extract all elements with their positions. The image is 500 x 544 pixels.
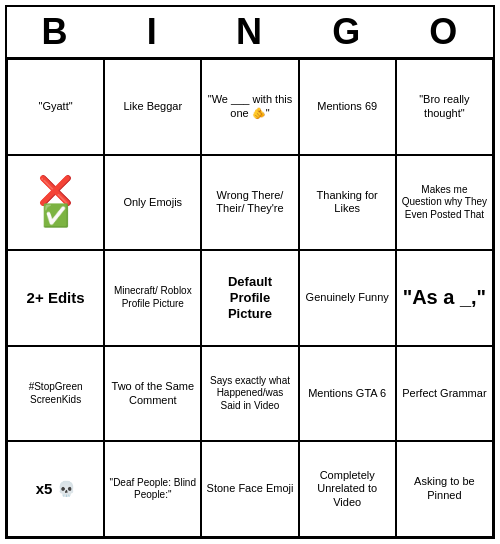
cell-r0c2[interactable]: "We ___ with this one 🫵"	[201, 59, 298, 155]
bingo-header: B I N G O	[7, 7, 493, 57]
cell-r0c3[interactable]: Mentions 69	[299, 59, 396, 155]
cell-r1c2[interactable]: Wrong There/ Their/ They're	[201, 155, 298, 251]
cell-r0c0[interactable]: "Gyatt"	[7, 59, 104, 155]
cell-r3c0[interactable]: #StopGreen ScreenKids	[7, 346, 104, 442]
cell-r0c4[interactable]: "Bro really thought"	[396, 59, 493, 155]
cell-r4c3[interactable]: Completely Unrelated to Video	[299, 441, 396, 537]
cell-r2c0[interactable]: 2+ Edits	[7, 250, 104, 346]
cell-r4c1[interactable]: "Deaf People: Blind People:"	[104, 441, 201, 537]
cell-r1c3[interactable]: Thanking for Likes	[299, 155, 396, 251]
cell-r4c2[interactable]: Stone Face Emoji	[201, 441, 298, 537]
bingo-card: B I N G O "Gyatt" Like Beggar "We ___ wi…	[5, 5, 495, 539]
cell-r3c3[interactable]: Mentions GTA 6	[299, 346, 396, 442]
letter-i: I	[109, 11, 197, 53]
check-mark-icon: ✅	[42, 205, 69, 227]
cell-r1c4[interactable]: Makes me Question why They Even Posted T…	[396, 155, 493, 251]
letter-n: N	[206, 11, 294, 53]
cell-r1c1[interactable]: Only Emojis	[104, 155, 201, 251]
bingo-grid: "Gyatt" Like Beggar "We ___ with this on…	[7, 57, 493, 537]
cell-r2c4[interactable]: "As a _,"	[396, 250, 493, 346]
cell-r4c4[interactable]: Asking to be Pinned	[396, 441, 493, 537]
cell-r2c2[interactable]: Default Profile Picture	[201, 250, 298, 346]
letter-o: O	[400, 11, 488, 53]
cell-r2c1[interactable]: Minecraft/ Roblox Profile Picture	[104, 250, 201, 346]
letter-g: G	[303, 11, 391, 53]
letter-b: B	[12, 11, 100, 53]
emoji-stack: ❌ ✅	[38, 177, 73, 227]
cell-r3c4[interactable]: Perfect Grammar	[396, 346, 493, 442]
cell-r2c3[interactable]: Genuinely Funny	[299, 250, 396, 346]
cell-r1c0[interactable]: ❌ ✅	[7, 155, 104, 251]
cell-r4c0[interactable]: x5 💀	[7, 441, 104, 537]
cell-r0c1[interactable]: Like Beggar	[104, 59, 201, 155]
cell-r3c2[interactable]: Says exactly what Happened/was Said in V…	[201, 346, 298, 442]
cell-r3c1[interactable]: Two of the Same Comment	[104, 346, 201, 442]
x-mark-icon: ❌	[38, 177, 73, 205]
